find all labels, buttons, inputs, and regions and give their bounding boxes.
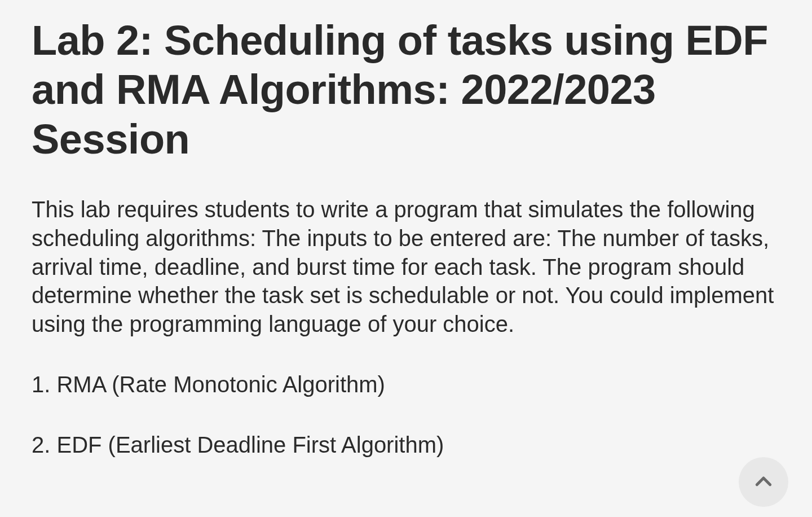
document-title: Lab 2: Scheduling of tasks using EDF and… xyxy=(32,16,780,164)
document-description: This lab requires students to write a pr… xyxy=(32,195,780,339)
chevron-up-icon xyxy=(752,470,775,494)
scroll-up-button[interactable] xyxy=(739,457,788,507)
list-item: 1. RMA (Rate Monotonic Algorithm) xyxy=(32,370,780,399)
list-item: 2. EDF (Earliest Deadline First Algorith… xyxy=(32,431,780,459)
document-container: Lab 2: Scheduling of tasks using EDF and… xyxy=(0,0,812,517)
